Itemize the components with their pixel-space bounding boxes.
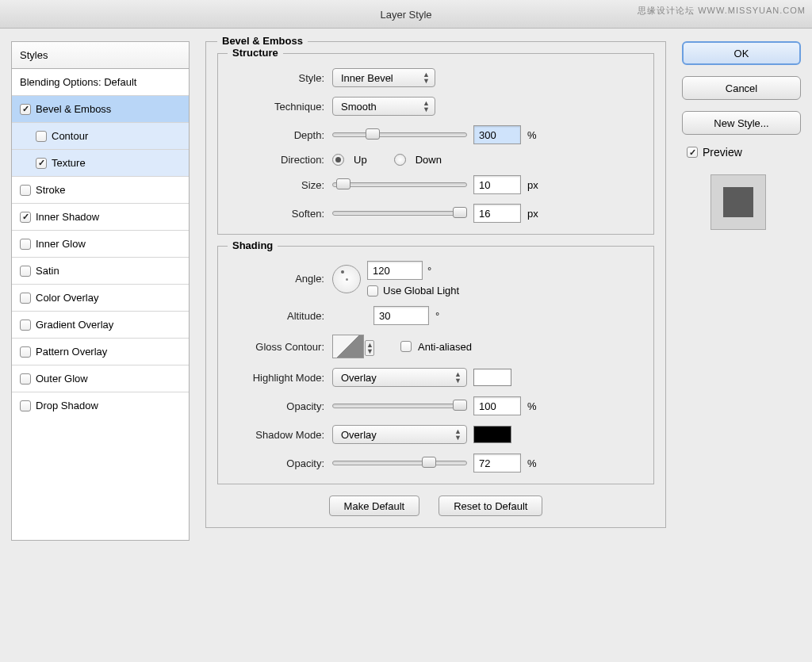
depth-input[interactable]: [473, 125, 521, 144]
checkbox-icon[interactable]: [20, 293, 31, 304]
shadow-mode-dropdown[interactable]: Overlay ▲▼: [332, 425, 467, 444]
soften-slider[interactable]: [332, 211, 467, 216]
sidebar-item-label: Bevel & Emboss: [36, 103, 111, 115]
angle-input[interactable]: [367, 261, 423, 280]
panel-title: Bevel & Emboss: [217, 35, 308, 47]
antialiased-checkbox[interactable]: [400, 341, 412, 352]
shadow-opacity-slider[interactable]: [332, 461, 467, 465]
preview-swatch: [710, 174, 766, 230]
sidebar-header[interactable]: Styles: [12, 42, 189, 69]
sidebar-item-texture[interactable]: Texture: [12, 150, 189, 177]
shadow-mode-label: Shadow Mode:: [229, 429, 332, 441]
highlight-opacity-label: Opacity:: [229, 400, 332, 412]
shading-legend: Shading: [228, 239, 278, 251]
antialiased-label: Anti-aliased: [418, 341, 472, 353]
sidebar-item-label: Satin: [36, 265, 59, 277]
slider-thumb-icon[interactable]: [422, 457, 436, 468]
highlight-opacity-input[interactable]: [473, 396, 521, 415]
sidebar-item-label: Contour: [52, 130, 88, 142]
sidebar-item-label: Inner Glow: [36, 238, 86, 250]
direction-up-radio[interactable]: [332, 154, 344, 166]
checkbox-icon[interactable]: [20, 212, 31, 223]
highlight-opacity-slider[interactable]: [332, 404, 467, 408]
depth-label: Depth:: [229, 129, 332, 141]
checkbox-icon[interactable]: [20, 266, 31, 277]
new-style-button[interactable]: New Style...: [682, 111, 801, 135]
sidebar-item-label: Color Overlay: [36, 292, 98, 304]
shadow-opacity-input[interactable]: [473, 453, 521, 473]
altitude-label: Altitude:: [229, 310, 332, 322]
updown-arrows-icon: ▲▼: [423, 71, 430, 84]
highlight-mode-label: Highlight Mode:: [229, 372, 332, 384]
blending-options-row[interactable]: Blending Options: Default: [12, 69, 189, 96]
sidebar-item-inner-shadow[interactable]: Inner Shadow: [12, 204, 189, 231]
checkbox-icon[interactable]: [20, 104, 31, 115]
slider-thumb-icon[interactable]: [453, 207, 467, 218]
watermark-text: 思缘设计论坛 WWW.MISSYUAN.COM: [638, 5, 806, 17]
slider-thumb-icon[interactable]: [366, 128, 380, 140]
sidebar-item-drop-shadow[interactable]: Drop Shadow: [12, 392, 189, 419]
angle-dial[interactable]: [332, 265, 361, 293]
sidebar-item-contour[interactable]: Contour: [12, 123, 189, 150]
bevel-emboss-fieldset: Bevel & Emboss Structure Style: Inner Be…: [205, 41, 666, 528]
sidebar-item-inner-glow[interactable]: Inner Glow: [12, 231, 189, 258]
shadow-opacity-label: Opacity:: [229, 457, 332, 469]
ok-button[interactable]: OK: [682, 41, 801, 65]
size-input[interactable]: [473, 175, 521, 194]
shadow-color-swatch[interactable]: [473, 426, 511, 443]
sidebar-item-color-overlay[interactable]: Color Overlay: [12, 285, 189, 312]
checkbox-icon[interactable]: [20, 185, 31, 196]
window-title: Layer Style: [380, 9, 431, 21]
slider-thumb-icon[interactable]: [453, 400, 467, 411]
highlight-opacity-unit: %: [527, 400, 537, 412]
sidebar-item-label: Drop Shadow: [36, 400, 98, 411]
style-dropdown[interactable]: Inner Bevel ▲▼: [332, 68, 435, 87]
make-default-button[interactable]: Make Default: [329, 496, 420, 516]
style-label: Style:: [229, 72, 332, 84]
sidebar-item-stroke[interactable]: Stroke: [12, 177, 189, 204]
checkbox-icon[interactable]: [36, 158, 47, 169]
sidebar-item-label: Gradient Overlay: [36, 319, 113, 331]
checkbox-icon[interactable]: [20, 346, 31, 358]
preview-checkbox[interactable]: [687, 147, 698, 158]
sidebar-item-satin[interactable]: Satin: [12, 258, 189, 285]
direction-down-radio[interactable]: [394, 154, 406, 166]
sidebar-item-bevel-emboss[interactable]: Bevel & Emboss: [12, 96, 189, 123]
size-unit: px: [527, 179, 538, 191]
right-column: OK Cancel New Style... Preview: [682, 41, 801, 541]
size-slider[interactable]: [332, 182, 467, 187]
cancel-button[interactable]: Cancel: [682, 76, 801, 100]
preview-swatch-inner: [723, 187, 753, 217]
sidebar-item-pattern-overlay[interactable]: Pattern Overlay: [12, 339, 189, 365]
checkbox-icon[interactable]: [36, 131, 47, 142]
checkbox-icon[interactable]: [20, 373, 31, 385]
checkbox-icon[interactable]: [20, 400, 31, 411]
checkbox-icon[interactable]: [20, 320, 31, 331]
angle-label: Angle:: [229, 273, 332, 285]
technique-dropdown[interactable]: Smooth ▲▼: [332, 97, 435, 116]
updown-arrows-icon[interactable]: ▲▼: [365, 340, 374, 356]
depth-slider[interactable]: [332, 132, 467, 137]
gloss-contour-picker[interactable]: ▲▼: [332, 335, 364, 358]
angle-unit: °: [427, 265, 431, 277]
sidebar-item-label: Stroke: [36, 184, 66, 196]
main-panel: Bevel & Emboss Structure Style: Inner Be…: [205, 41, 666, 541]
highlight-mode-dropdown[interactable]: Overlay ▲▼: [332, 368, 467, 387]
updown-arrows-icon: ▲▼: [423, 100, 430, 113]
global-light-checkbox[interactable]: [367, 285, 378, 297]
sidebar-item-label: Inner Shadow: [36, 211, 99, 223]
slider-thumb-icon[interactable]: [336, 178, 350, 189]
shading-fieldset: Shading Angle: ° Use Global Ligh: [217, 246, 654, 484]
depth-unit: %: [527, 129, 537, 141]
highlight-color-swatch[interactable]: [473, 369, 511, 386]
sidebar-item-gradient-overlay[interactable]: Gradient Overlay: [12, 312, 189, 339]
sidebar-item-label: Texture: [52, 157, 86, 169]
styles-sidebar: Styles Blending Options: Default Bevel &…: [11, 41, 190, 541]
altitude-input[interactable]: [373, 306, 429, 325]
sidebar-item-outer-glow[interactable]: Outer Glow: [12, 365, 189, 392]
technique-label: Technique:: [229, 101, 332, 113]
soften-unit: px: [527, 208, 538, 220]
soften-input[interactable]: [473, 204, 521, 223]
checkbox-icon[interactable]: [20, 239, 31, 250]
reset-default-button[interactable]: Reset to Default: [439, 496, 542, 516]
